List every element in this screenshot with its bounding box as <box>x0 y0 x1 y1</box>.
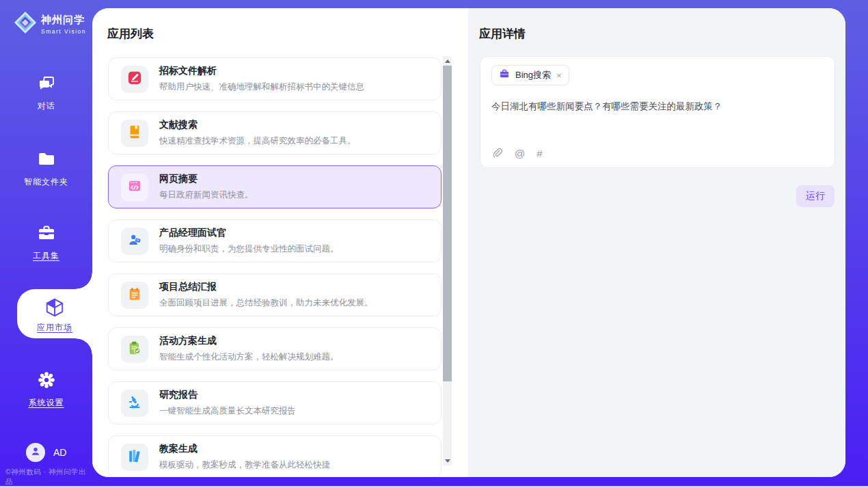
app-card-description: 帮助用户快速、准确地理解和解析招标书中的关键信息 <box>159 81 364 93</box>
brand-logo: 神州问学 Smart Vision <box>14 11 86 37</box>
app-card-description: 智能生成个性化活动方案，轻松解决规划难题。 <box>159 351 339 363</box>
app-detail-title: 应用详情 <box>479 26 526 42</box>
sidebar-item-label: 工具集 <box>0 250 92 262</box>
app-card-bid-parse[interactable]: 招标文件解析 帮助用户快速、准确地理解和解析招标书中的关键信息 <box>108 57 442 100</box>
app-detail-panel: 应用详情 Bing搜索 × 今日湖北有哪些新闻要点？有哪些需要关注的最新政策？ … <box>468 8 845 477</box>
run-button[interactable]: 运行 <box>796 185 835 207</box>
app-card-list: 招标文件解析 帮助用户快速、准确地理解和解析招标书中的关键信息 文献搜索 快速精… <box>108 57 442 477</box>
app-card-title: 文献搜索 <box>159 119 356 131</box>
app-card-title: 教案生成 <box>159 443 330 455</box>
logo-diamond-icon <box>14 11 37 37</box>
sidebar-item-label: 智能文件夹 <box>0 176 92 188</box>
run-row: 运行 <box>796 185 835 207</box>
app-card-title: 招标文件解析 <box>159 65 364 77</box>
user-name: AD <box>53 447 66 458</box>
triangle-up-icon <box>445 59 450 63</box>
app-card-pm-interviewer[interactable]: 产品经理面试官 明确身份和职责，为您提供专业性的面试问题。 <box>108 219 442 262</box>
app-frame: 神州问学 Smart Vision 对话 智能文件夹 工具集 应用市场 系统设置 <box>0 0 868 486</box>
app-card-title: 研究报告 <box>159 389 296 401</box>
paperclip-icon[interactable] <box>491 148 503 159</box>
sidebar-item-toolset[interactable]: 工具集 <box>0 223 92 262</box>
activity-plan-icon <box>127 340 142 358</box>
sidebar-item-smart-folder[interactable]: 智能文件夹 <box>0 150 92 188</box>
briefcase-icon <box>499 68 510 82</box>
gear-icon <box>37 370 56 390</box>
close-icon[interactable]: × <box>556 70 562 81</box>
folder-icon <box>37 150 56 169</box>
scrollbar-down-button[interactable] <box>443 457 452 465</box>
toolbox-icon <box>37 223 56 243</box>
sidebar-item-label: 应用市场 <box>17 322 92 334</box>
prompt-input[interactable]: Bing搜索 × 今日湖北有哪些新闻要点？有哪些需要关注的最新政策？ @ # <box>480 56 835 168</box>
app-card-project-report[interactable]: 项目总结汇报 全面回顾项目进展，总结经验教训，助力未来优化发展。 <box>108 273 442 316</box>
triangle-down-icon <box>445 459 450 463</box>
app-card-description: 模板驱动，教案秒成，教学准备从此轻松快捷 <box>159 459 330 471</box>
app-card-research-report[interactable]: 研究报告 一键智能生成高质量长文本研究报告 <box>108 381 442 424</box>
sidebar-item-app-market[interactable]: 应用市场 <box>17 289 92 338</box>
sidebar-item-settings[interactable]: 系统设置 <box>0 370 92 409</box>
sidebar-item-chat[interactable]: 对话 <box>0 74 92 112</box>
app-list-panel: 应用列表 招标文件解析 帮助用户快速、准确地理解和解析招标书中的关键信息 文献搜… <box>92 8 468 477</box>
app-card-title: 项目总结汇报 <box>159 281 373 293</box>
app-card-description: 快速精准查找学术资源，提高研究效率的必备工具。 <box>159 135 356 147</box>
research-report-icon <box>127 394 142 412</box>
app-card-description: 明确身份和职责，为您提供专业性的面试问题。 <box>159 243 339 255</box>
app-card-activity-plan[interactable]: 活动方案生成 智能生成个性化活动方案，轻松解决规划难题。 <box>108 327 442 370</box>
lesson-plan-icon <box>127 448 142 466</box>
web-summary-icon <box>127 178 142 196</box>
query-text[interactable]: 今日湖北有哪些新闻要点？有哪些需要关注的最新政策？ <box>491 100 824 113</box>
app-card-literature-search[interactable]: 文献搜索 快速精准查找学术资源，提高研究效率的必备工具。 <box>108 111 442 154</box>
app-card-description: 一键智能生成高质量长文本研究报告 <box>159 405 296 417</box>
app-card-description: 全面回顾项目进展，总结经验教训，助力未来优化发展。 <box>159 297 373 309</box>
chat-icon <box>37 74 56 93</box>
app-card-title: 活动方案生成 <box>159 335 339 347</box>
app-card-lesson-plan[interactable]: 教案生成 模板驱动，教案秒成，教学准备从此轻松快捷 <box>108 435 442 477</box>
avatar <box>26 443 45 462</box>
app-card-description: 每日政府新闻资讯快查。 <box>159 189 254 201</box>
at-mention-icon[interactable]: @ <box>515 148 525 159</box>
sidebar-item-label: 对话 <box>0 100 92 112</box>
brand-name: 神州问学 <box>41 14 85 25</box>
app-list-title: 应用列表 <box>107 26 154 42</box>
brand-subtitle: Smart Vision <box>41 28 86 35</box>
tool-tag-bing-search[interactable]: Bing搜索 × <box>491 65 569 85</box>
interviewer-icon <box>127 232 142 250</box>
list-scrollbar <box>443 56 452 465</box>
main-window: 应用列表 招标文件解析 帮助用户快速、准确地理解和解析招标书中的关键信息 文献搜… <box>92 8 845 477</box>
app-card-title: 产品经理面试官 <box>159 227 339 239</box>
scrollbar-up-button[interactable] <box>443 57 452 65</box>
sidebar-item-label: 系统设置 <box>0 397 92 409</box>
tool-tag-label: Bing搜索 <box>515 69 551 81</box>
app-card-title: 网页摘要 <box>159 173 254 185</box>
copyright-footer: ©神州数码 · 神州问学出品 <box>5 467 92 487</box>
app-card-web-summary[interactable]: 网页摘要 每日政府新闻资讯快查。 <box>108 165 442 208</box>
bid-parse-icon <box>127 70 142 88</box>
literature-search-icon <box>127 124 142 142</box>
sidebar: 神州问学 Smart Vision 对话 智能文件夹 工具集 应用市场 系统设置 <box>0 0 92 486</box>
attachment-toolbar: @ # <box>491 148 543 159</box>
user-icon <box>29 445 42 460</box>
cube-icon <box>44 297 65 318</box>
user-account[interactable]: AD <box>26 443 66 462</box>
hash-topic-icon[interactable]: # <box>537 148 542 159</box>
scrollbar-thumb[interactable] <box>443 66 452 381</box>
project-report-icon <box>127 286 142 304</box>
